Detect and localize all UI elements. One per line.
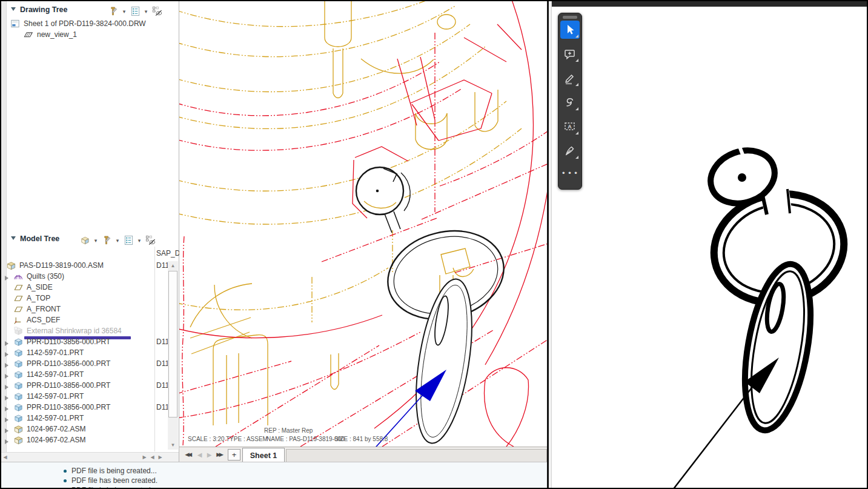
bullet-icon: [64, 479, 67, 482]
model-tree-horizontal-scrollbar[interactable]: ◀ ▶ ◀ ▶: [1, 452, 179, 462]
last-sheet-button[interactable]: ▶▶: [214, 450, 224, 459]
add-comment-icon: [563, 47, 577, 61]
toolbar-drag-handle[interactable]: [563, 16, 577, 19]
part-icon: [13, 391, 24, 401]
select-icon: [563, 23, 577, 36]
scroll-right-icon[interactable]: ▶: [141, 453, 148, 462]
datum-plane-icon: [13, 282, 24, 292]
model-tree-item[interactable]: 1142-597-01.PRT: [5, 391, 84, 402]
new-sheet-button[interactable]: +: [228, 449, 240, 461]
filter-tools-dropdown-icon[interactable]: ▾: [114, 238, 121, 244]
expand-arrow-icon[interactable]: [5, 394, 10, 399]
datum-plane-icon: [13, 293, 24, 303]
status-size: SIZE : 841 by 558.8: [334, 436, 388, 442]
expand-arrow-icon[interactable]: [5, 405, 10, 410]
model-tree-item-label: 1024-967-02.ASM: [27, 436, 85, 444]
model-tree-item-label: A_SIDE: [27, 283, 53, 291]
drawing-tree-item[interactable]: new_view_1: [23, 29, 77, 40]
list-settings-icon[interactable]: [129, 5, 141, 17]
add-text-box-tool-button[interactable]: A: [560, 118, 580, 136]
list-settings-dropdown-icon[interactable]: ▾: [143, 8, 149, 15]
highlight-tool-button[interactable]: [560, 69, 580, 87]
expand-arrow-icon[interactable]: [5, 416, 10, 421]
scroll-down-icon[interactable]: ▼: [168, 441, 178, 450]
model-tree-item[interactable]: External Shrinkwrap id 36584: [5, 325, 122, 336]
scroll-left-icon[interactable]: ◀: [1, 453, 9, 462]
model-tree-item[interactable]: PPR-D110-3856-000.PRT: [5, 358, 110, 369]
tree-visibility-icon[interactable]: [151, 5, 163, 17]
previous-sheet-button[interactable]: ◀: [195, 450, 204, 459]
scrollbar-thumb[interactable]: [168, 271, 177, 417]
filter-tools-dropdown-icon[interactable]: ▾: [121, 8, 127, 15]
part-icon: [13, 413, 24, 423]
model-part-icon[interactable]: [79, 235, 91, 246]
model-tree-item[interactable]: A_FRONT: [5, 304, 61, 314]
part-icon: [13, 348, 24, 358]
message-area: PDF file is being created...PDF file has…: [1, 462, 548, 488]
model-tree-item[interactable]: 1024-967-02.ASM: [5, 434, 85, 445]
model-tree-item[interactable]: PPR-D110-3856-000.PRT: [5, 380, 110, 391]
model-tree-item[interactable]: A_TOP: [5, 293, 50, 304]
collapse-drawing-tree-icon[interactable]: [11, 7, 16, 11]
pdf-quick-tools-toolbar: A• • •: [558, 13, 582, 190]
expand-arrow-icon[interactable]: [5, 427, 10, 432]
filter-tools-icon[interactable]: [101, 235, 113, 246]
tool-dropdown-corner-icon: [575, 59, 578, 62]
draw-tool-button[interactable]: [560, 93, 580, 111]
sap-column-header[interactable]: SAP_D: [156, 249, 179, 258]
expand-arrow-icon[interactable]: [5, 339, 10, 345]
next-sheet-button[interactable]: ▶: [205, 450, 214, 459]
model-part-dropdown-icon[interactable]: ▾: [93, 238, 99, 244]
view-icon: [23, 30, 34, 39]
pane-right-icon[interactable]: ▶: [156, 453, 164, 462]
list-settings-icon[interactable]: [122, 235, 134, 246]
select-tool-button[interactable]: [560, 21, 580, 39]
collapse-model-tree-icon[interactable]: [11, 236, 16, 240]
more-tool-button[interactable]: • • •: [560, 166, 580, 179]
expand-arrow-icon[interactable]: [5, 274, 10, 279]
tree-visibility-icon[interactable]: [144, 235, 156, 246]
model-tree-item[interactable]: ACS_DEF: [5, 314, 60, 325]
model-tree-item-label: 1142-597-01.PRT: [27, 392, 84, 401]
drawing-tree-item-label: new_view_1: [37, 30, 77, 39]
add-comment-tool-button[interactable]: [560, 45, 580, 63]
drawing-canvas[interactable]: REP : Master Rep SCALE : 3:20 TYPE : ASS…: [179, 1, 548, 447]
application-window: Drawing Tree ▾▾ Sheet 1 of PDR-D119-3824…: [0, 0, 868, 489]
tool-dropdown-corner-icon: [575, 107, 578, 110]
model-tree-item[interactable]: PPR-D110-3856-000.PRT: [5, 402, 110, 413]
status-message-text: PDF file is being created...: [71, 486, 157, 488]
expand-arrow-icon[interactable]: [5, 372, 10, 378]
model-tree-item[interactable]: 1024-967-02.ASM: [5, 424, 85, 434]
sheet-tab[interactable]: Sheet 1: [242, 448, 285, 462]
fill-sign-tool-button[interactable]: [560, 142, 580, 160]
model-tree-title: Model Tree: [20, 235, 59, 243]
model-tree-item[interactable]: 1142-597-01.PRT: [5, 413, 84, 424]
drawing-tree-header: Drawing Tree ▾▾: [7, 4, 179, 19]
scroll-up-icon[interactable]: ▲: [168, 261, 178, 270]
list-settings-dropdown-icon[interactable]: ▾: [136, 238, 142, 244]
model-tree-vertical-scrollbar[interactable]: ▲ ▼: [168, 261, 178, 450]
part-icon: [13, 381, 24, 390]
drawing-tree-item[interactable]: Sheet 1 of PDR-D119-3824-000.DRW: [10, 18, 146, 29]
model-tree-item[interactable]: 1142-597-01.PRT: [5, 369, 84, 380]
model-tree-item[interactable]: 1142-597-01.PRT: [5, 347, 84, 358]
model-tree-item[interactable]: Quilts (350): [5, 271, 64, 282]
expand-arrow-icon[interactable]: [5, 361, 10, 367]
expand-arrow-icon[interactable]: [5, 350, 10, 356]
status-name: NAME : PAS-D119-3819-000: [267, 436, 345, 442]
svg-text:A: A: [568, 124, 572, 130]
pane-left-icon[interactable]: ◀: [148, 453, 156, 462]
model-tree-item[interactable]: PPR-D110-3856-000.PRT: [5, 336, 110, 347]
filter-tools-icon[interactable]: [107, 5, 119, 17]
model-tree-item-label: 1142-597-01.PRT: [27, 414, 84, 422]
model-tree-item[interactable]: PAS-D119-3819-000.ASM: [5, 260, 104, 271]
expand-arrow-icon[interactable]: [5, 437, 10, 443]
model-tree-item-label: 1142-597-01.PRT: [27, 370, 84, 379]
expand-arrow-icon[interactable]: [5, 383, 10, 388]
first-sheet-button[interactable]: ◀◀: [182, 450, 193, 459]
sap-column-value: D11: [156, 381, 169, 390]
tool-dropdown-corner-icon: [575, 131, 578, 135]
tool-dropdown-corner-icon: [575, 35, 578, 38]
model-tree-item[interactable]: A_SIDE: [5, 282, 53, 293]
model-tree-item-label: PAS-D119-3819-000.ASM: [19, 261, 104, 270]
